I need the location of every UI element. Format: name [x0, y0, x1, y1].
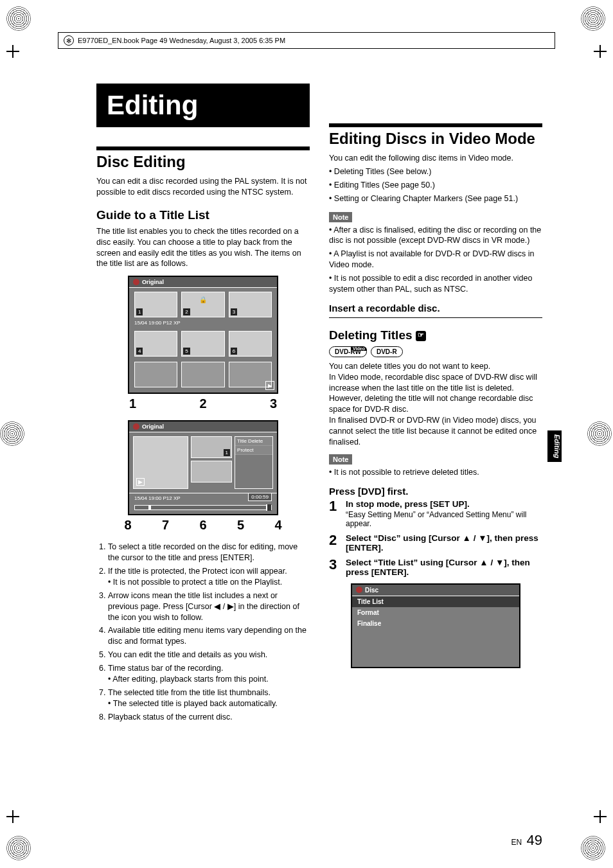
callout-number: 3	[270, 396, 277, 411]
title-thumbnail: 4	[134, 331, 177, 357]
note-label: Note	[329, 212, 352, 222]
empty-thumbnail	[134, 362, 177, 387]
callout-number: 2	[199, 396, 206, 411]
video-mode-items: Deleting Titles (See below.) Editing Tit…	[329, 166, 542, 204]
book-metadata-text: E9770ED_EN.book Page 49 Wednesday, Augus…	[78, 37, 285, 44]
osd-title-edit: Original ▶ 1 Title Delete Protect	[128, 420, 278, 515]
step-number: 3	[329, 558, 341, 577]
thumbnail-column: 1	[191, 436, 232, 489]
disc-menu-osd: Disc Title List Format Finalise	[351, 583, 520, 668]
registration-top	[0, 6, 613, 32]
osd-title-list: Original 1 🔒2 3 15/04 19:00 P12 XP 4 5 6	[128, 276, 278, 394]
callout-number: 5	[237, 518, 244, 533]
title-thumbnail: 6	[229, 331, 272, 357]
legend-list: To select a title recorded on the disc f…	[96, 542, 310, 722]
disc-editing-intro: You can edit a disc recorded using the P…	[96, 176, 310, 198]
reg-corner-tr	[581, 6, 607, 32]
badge-top-label: Video	[351, 346, 367, 351]
insert-disc-heading: Insert a recordable disc.	[329, 303, 542, 314]
legend-item: Available title editing menu items vary …	[108, 625, 310, 647]
thumbnail-row	[129, 358, 277, 389]
registration-left	[0, 45, 26, 823]
title-thumbnail: 5	[181, 331, 224, 357]
divider	[329, 317, 542, 318]
lock-icon: 🔒	[199, 296, 207, 303]
osd-title-bar: Original	[129, 421, 277, 432]
page-lang: EN	[511, 838, 522, 847]
disc-menu-item-finalise: Finalise	[352, 618, 519, 629]
book-metadata-bar: ✻ E9770ED_EN.book Page 49 Wednesday, Aug…	[58, 32, 555, 49]
page-content: Editing Disc Editing You can edit a disc…	[96, 84, 542, 810]
left-column: Editing Disc Editing You can edit a disc…	[96, 84, 310, 810]
legend-item: To select a title recorded on the disc f…	[108, 542, 310, 563]
section-tab: Editing	[547, 430, 562, 462]
list-item: Editing Titles (See page 50.)	[329, 180, 542, 191]
step-text: Select “Disc” using [Cursor ▲ / ▼], then…	[346, 533, 542, 553]
reg-mark-left	[0, 421, 26, 447]
callout-number: 4	[274, 518, 281, 533]
reg-corner-bl	[6, 836, 32, 862]
reg-corner-tl	[6, 6, 32, 32]
section-banner: Editing	[96, 84, 310, 127]
heading-rule	[96, 146, 310, 150]
empty-thumbnail	[181, 362, 224, 387]
note-list: After a disc is finalised, editing the d…	[329, 225, 542, 295]
list-item: It is not possible to retrieve deleted t…	[329, 467, 542, 478]
legend-item: Arrow icons mean the title list includes…	[108, 590, 310, 623]
dvd-rw-badge: Video DVD-RW	[329, 346, 367, 357]
list-item: A Playlist is not available for DVD-R or…	[329, 249, 542, 270]
step-item: 1 In stop mode, press [SET UP]. “Easy Se…	[329, 499, 542, 528]
hand-icon: ☞	[416, 331, 426, 341]
progress-end-marker	[266, 504, 271, 511]
heading-rule	[329, 123, 542, 127]
osd-title-text: Original	[142, 279, 164, 285]
osd-title-bar: Original	[129, 277, 277, 288]
reg-corner-br	[581, 836, 607, 862]
heading-guide-title-list: Guide to a Title List	[96, 208, 310, 222]
record-icon	[133, 279, 139, 285]
list-item: It is not possible to edit a disc record…	[329, 273, 542, 295]
callout-numbers: 1 2 3	[129, 396, 277, 411]
step-list: 1 In stop mode, press [SET UP]. “Easy Se…	[329, 499, 542, 577]
list-item: After a disc is finalised, editing the d…	[329, 225, 542, 247]
video-mode-intro: You can edit the following disc items in…	[329, 153, 542, 164]
step-item: 2 Select “Disc” using [Cursor ▲ / ▼], th…	[329, 533, 542, 553]
callout-number: 1	[129, 396, 136, 411]
heading-deleting-titles: Deleting Titles ☞	[329, 328, 542, 342]
deleting-titles-body: You can delete titles you do not want to…	[329, 361, 542, 448]
disc-menu-item-format: Format	[352, 607, 519, 618]
timecode: 0:00:59	[248, 493, 272, 501]
heading-disc-editing: Disc Editing	[96, 153, 310, 171]
next-page-icon: ▶	[265, 381, 274, 390]
step-item: 3 Select “Title List” using [Cursor ▲ / …	[329, 558, 542, 577]
thumbnail-row: 1 🔒2 3	[129, 288, 277, 319]
reg-mark-right	[587, 421, 613, 447]
osd-meta-line: 15/04 19:00 P12 XP	[129, 319, 277, 327]
mini-thumbnail: 1	[191, 436, 232, 458]
list-item: Deleting Titles (See below.)	[329, 166, 542, 177]
heading-video-mode: Editing Discs in Video Mode	[329, 130, 542, 148]
progress-fill	[135, 506, 151, 509]
record-icon	[133, 423, 139, 430]
legend-item: Time status bar of the recording.After e…	[108, 663, 310, 685]
guide-intro: The title list enables you to check the …	[96, 226, 310, 270]
record-icon	[356, 587, 362, 593]
disc-menu-item-title-list: Title List	[352, 596, 519, 607]
legend-item: Playback status of the current disc.	[108, 712, 310, 723]
crop-mark	[594, 810, 607, 823]
progress-bar	[134, 505, 272, 510]
thumbnail-row: 4 5 6	[129, 327, 277, 358]
page-number: EN 49	[511, 832, 543, 849]
disc-type-badges: Video DVD-RW DVD-R	[329, 346, 542, 357]
callout-numbers: 8 7 6 5 4	[125, 518, 282, 533]
title-thumbnail: 🔒2	[181, 292, 224, 317]
edit-menu: Title Delete Protect	[235, 436, 273, 489]
preview-pane: ▶	[133, 436, 188, 489]
press-dvd-heading: Press [DVD] first.	[329, 486, 542, 497]
callout-number: 6	[199, 518, 206, 533]
step-number: 1	[329, 499, 341, 528]
edit-menu-item: Title Delete	[235, 437, 272, 446]
right-column: Editing Discs in Video Mode You can edit…	[329, 84, 542, 810]
crop-mark	[6, 810, 19, 823]
osd-title-text: Original	[142, 423, 164, 430]
